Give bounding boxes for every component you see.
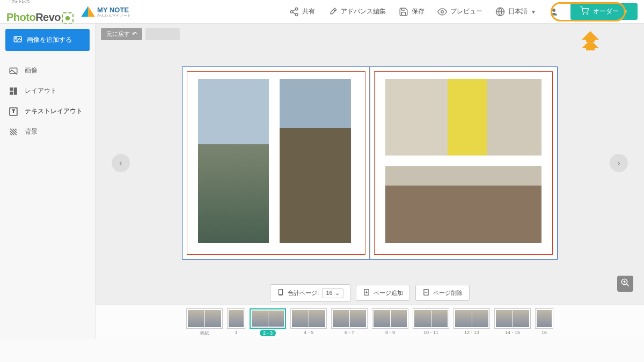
thumbnail[interactable]: 2 - 3 [250,308,286,336]
photo-slot[interactable] [385,166,541,243]
redo-icon [151,30,174,38]
globe-icon [495,7,505,17]
thumbnail-image [372,308,408,329]
photo-slot[interactable] [385,79,541,156]
right-page[interactable] [374,71,553,255]
preview-button[interactable]: プレビュー [431,0,489,24]
header: 「フォトレボ」 PhotoRevo MY NOTE かんたんマイノート 共有 ア… [0,0,644,24]
thumbnail-label: 14 - 15 [505,330,520,335]
advanced-edit-button[interactable]: アドバンス編集 [321,0,392,24]
photorevo-logo[interactable]: 「フォトレボ」 PhotoRevo [6,0,74,24]
sidebar-item-images[interactable]: 画像 [5,61,90,81]
thumbnail-strip: 表紙12 - 34 - 56 - 78 - 910 - 1112 - 1314 … [96,305,644,339]
edit-external-icon [328,7,338,17]
thumbnail[interactable]: 14 - 15 [494,308,531,335]
svg-point-0 [295,8,298,10]
thumbnail[interactable]: 8 - 9 [372,308,408,335]
thumbnail-label: 1 [235,330,237,335]
user-icon [549,7,559,17]
next-page-button[interactable]: › [610,154,628,172]
thumbnail-label: 10 - 11 [423,330,438,335]
caret-down-icon: ▼ [623,9,628,14]
canvas-toolbar: 元に戻す ↶ [96,24,644,45]
thumbnail[interactable]: 1 [227,308,245,335]
sidebar-item-text-layout[interactable]: テキストレイアウト [5,101,90,122]
svg-rect-13 [10,92,13,95]
svg-rect-16 [279,290,283,294]
thumbnail[interactable]: 6 - 7 [331,308,368,335]
save-icon [399,7,408,17]
canvas-area: 元に戻す ↶ ‹ › [96,24,644,339]
svg-point-1 [290,10,293,13]
thumbnail[interactable]: 表紙 [186,308,223,337]
svg-point-3 [441,10,444,13]
sidebar-item-layout[interactable]: レイアウト [5,81,90,101]
book-icon [81,6,95,17]
redo-button[interactable] [145,28,180,40]
thumbnail-image [535,308,553,329]
add-photo-icon [13,34,23,46]
chevron-left-icon: ‹ [119,158,122,168]
cart-icon [580,6,589,17]
left-page[interactable] [187,71,365,255]
page-controls: 合計ページ: 16 ⌄ ページ追加 ページ削除 [96,281,644,305]
svg-rect-11 [10,87,13,91]
text-icon [9,107,18,116]
language-button[interactable]: 日本語 ▾ [489,0,543,24]
thumbnail-image [331,308,368,329]
thumbnail-label: 2 - 3 [260,330,276,336]
thumbnail-label: 12 - 13 [464,330,479,335]
svg-point-9 [16,38,17,39]
svg-point-6 [583,13,583,14]
page-delete-icon [422,289,430,297]
thumbnail-label: 4 - 5 [304,330,313,335]
thumbnail-image [290,308,327,329]
thumbnail[interactable]: 4 - 5 [290,308,327,335]
thumbnail-image [413,308,449,329]
save-button[interactable]: 保存 [392,0,431,24]
share-icon [289,7,299,17]
delete-page-button[interactable]: ページ削除 [415,285,470,301]
zoom-button[interactable] [617,276,633,292]
user-button[interactable] [543,0,565,24]
thumbnail-label: 8 - 9 [385,330,395,335]
total-pages-control[interactable]: 合計ページ: 16 ⌄ [270,284,350,302]
thumbnail-image [250,308,286,329]
svg-rect-12 [14,87,17,95]
svg-point-2 [295,13,298,16]
page-count-select[interactable]: 16 ⌄ [322,288,343,298]
zoom-in-icon [620,278,630,290]
thumbnail[interactable]: 16 [535,308,553,335]
add-page-button[interactable]: ページ追加 [356,285,410,301]
svg-point-5 [552,9,555,12]
page-add-icon [363,289,370,297]
mynote-logo[interactable]: MY NOTE かんたんマイノート [81,6,131,17]
undo-button[interactable]: 元に戻す ↶ [101,28,142,40]
thumbnail-image [186,308,223,329]
page-spread[interactable] [182,67,558,260]
thumbnail-image [227,308,245,329]
chevron-right-icon: › [617,158,620,168]
photo-slot[interactable] [280,79,350,243]
thumbnail[interactable]: 12 - 13 [453,308,490,335]
main: 画像を追加する 画像 レイアウト テキストレイアウト 背景 元に戻す ↶ [0,24,644,339]
order-button[interactable]: オーダー ▼ [570,3,638,20]
sidebar-item-background[interactable]: 背景 [5,122,90,142]
pages-icon [277,289,284,297]
prev-page-button[interactable]: ‹ [112,154,130,172]
chevron-down-icon: ⌄ [335,290,340,297]
thumbnail[interactable]: 10 - 11 [413,308,449,335]
share-button[interactable]: 共有 [283,0,321,24]
eye-icon [437,7,447,17]
thumbnail-label: 表紙 [200,330,209,337]
thumbnail-image [453,308,490,329]
layout-icon [9,86,18,96]
thumbnail-label: 16 [541,330,547,335]
sidebar: 画像を追加する 画像 レイアウト テキストレイアウト 背景 [0,24,96,339]
add-image-button[interactable]: 画像を追加する [5,29,90,51]
canvas-wrap: ‹ › [96,45,644,281]
camera-icon [62,12,74,24]
photo-slot[interactable] [198,79,269,243]
undo-icon: ↶ [132,31,137,38]
image-icon [9,66,18,76]
